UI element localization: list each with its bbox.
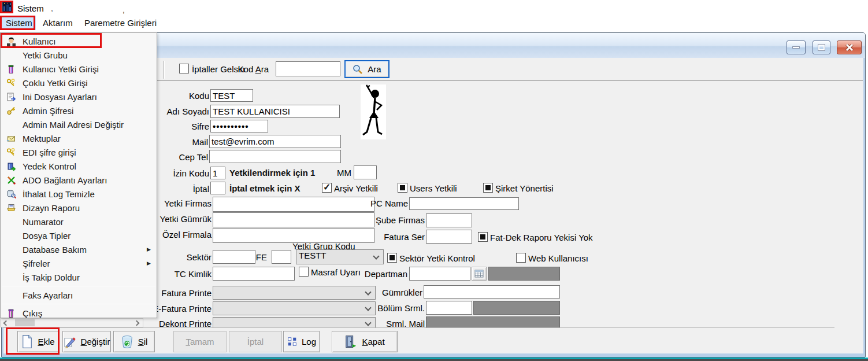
users-yetkili-checkbox[interactable] — [398, 183, 407, 193]
izin-kodu-hint: Yetkilendirmek için 1 — [229, 168, 315, 178]
iptal-input[interactable] — [210, 182, 225, 194]
sil-button-label: Sil — [138, 337, 148, 347]
iptaller-gelsin-checkbox[interactable] — [179, 64, 189, 73]
menu-item[interactable]: Şifreler▶ — [1, 256, 157, 270]
chevron-down-icon — [373, 253, 379, 259]
menu-item[interactable]: İş Takip Doldur — [1, 270, 157, 284]
menu-item-label: Çoklu Yetki Girişi — [23, 78, 88, 88]
menu-item[interactable]: Dizayn Raporu — [1, 201, 157, 215]
kodu-input[interactable] — [210, 89, 253, 102]
close-button[interactable] — [837, 40, 862, 54]
ara-button[interactable]: Ara — [344, 60, 390, 78]
menu-item[interactable]: ADO Bağlantı Ayarları — [1, 173, 157, 187]
tamam-button[interactable]: Tamam — [173, 331, 227, 352]
mm-input[interactable] — [354, 165, 377, 179]
menubar-item-aktarim[interactable]: Aktarım — [37, 16, 79, 30]
fatura-ser-input[interactable] — [426, 230, 472, 244]
ara-button-label: Ara — [368, 64, 381, 74]
recycle-bin-icon — [121, 335, 133, 349]
bolum-srml-input[interactable] — [426, 301, 472, 315]
menu-item[interactable]: Çıkış — [1, 306, 157, 320]
menu-item[interactable]: Yedek Kontrol — [1, 159, 157, 173]
fatura-printer-combobox[interactable] — [213, 286, 376, 300]
departman-input[interactable] — [409, 267, 470, 281]
yetki-gumruk-input[interactable] — [213, 212, 374, 227]
window-title: Sistem — [17, 3, 44, 13]
iptal-button-label: İptal — [247, 337, 264, 347]
izin-kodu-input[interactable] — [210, 167, 225, 179]
menu-item[interactable]: Çoklu Yetki Girişi — [1, 76, 157, 90]
menu-item-label: Faks Ayarları — [23, 290, 73, 300]
users-yetkili-label: Users Yetkili — [410, 183, 457, 193]
edit-pencil-icon — [64, 336, 76, 348]
cep-tel-input[interactable] — [209, 150, 341, 163]
keys-icon — [4, 78, 18, 88]
menu-item[interactable]: Yetki Grubu — [1, 48, 157, 62]
masraf-uyari-checkbox[interactable] — [299, 267, 309, 277]
title-mark: , — [51, 3, 53, 13]
departman-lookup-button[interactable] — [472, 267, 487, 281]
efatura-printer-combobox[interactable] — [213, 301, 376, 315]
pc-name-input[interactable] — [409, 197, 519, 210]
doc-arrow-icon — [4, 92, 18, 102]
menu-item-label: İş Takip Doldur — [23, 272, 80, 282]
menu-item[interactable]: Kullanıcı Yetki Girişi — [1, 62, 157, 76]
menu-item[interactable]: Dosya Tipler — [1, 229, 157, 242]
menu-item-label: Çıkış — [23, 308, 42, 318]
fat-dek-checkbox[interactable] — [478, 232, 488, 242]
sifre-input[interactable] — [210, 120, 268, 132]
menu-item-label: Kullanıcı — [23, 36, 56, 46]
adi-soyadi-input[interactable] — [210, 105, 340, 118]
gumrukler-input[interactable] — [424, 285, 560, 299]
kod-ara-input[interactable] — [276, 61, 340, 76]
sektor-yetki-kontrol-checkbox[interactable] — [387, 253, 397, 263]
menu-item-label: Yetki Grubu — [23, 50, 68, 60]
fe-input[interactable] — [272, 250, 291, 264]
maximize-button[interactable] — [813, 40, 830, 54]
menu-item[interactable]: Mektuplar — [1, 131, 157, 145]
minimize-button[interactable] — [787, 40, 806, 54]
menu-item-label: Admin Mail Adresi Değiştir — [23, 120, 124, 130]
menu-item[interactable]: Faks Ayarları — [1, 288, 157, 302]
menu-item[interactable]: İthalat Log Temizle — [1, 187, 157, 201]
menu-item[interactable]: EDI şifre girişi — [1, 145, 157, 159]
keys-icon — [4, 148, 18, 157]
web-kullanicisi-checkbox[interactable] — [516, 253, 526, 263]
menu-item[interactable]: Numarator — [1, 215, 157, 229]
sube-firmas-input[interactable] — [426, 213, 472, 227]
menubar-item-sistem[interactable]: Sistem — [0, 16, 36, 30]
scroll-left-button[interactable] — [1, 319, 10, 327]
arsiv-yetkili-checkbox[interactable] — [322, 183, 332, 193]
menu-item[interactable]: Kullanıcı — [1, 34, 157, 48]
fatura-ser-label: Fatura Ser — [355, 232, 425, 242]
mm-label: MM — [322, 168, 351, 178]
sil-button[interactable]: Sil — [113, 331, 155, 352]
menubar-item-parametre[interactable]: Paremetre Girişleri — [79, 16, 162, 30]
chevron-right-icon — [133, 320, 139, 326]
menu-item[interactable]: Admin Mail Adresi Değiştir — [1, 117, 157, 131]
sirket-yonertisi-checkbox[interactable] — [483, 183, 493, 193]
scroll-right-button[interactable] — [132, 319, 141, 327]
mail-input[interactable] — [209, 135, 341, 148]
key-icon — [4, 106, 18, 116]
chevron-left-icon — [3, 320, 9, 326]
app-screen: Sistem , , Sistem Aktarım Paremetre Giri… — [0, 0, 868, 361]
menu-item[interactable]: Admin Şifresi — [1, 104, 157, 117]
minimize-icon — [792, 46, 800, 49]
ekle-button-label: Ekle — [38, 337, 54, 347]
mail-icon — [4, 134, 18, 143]
menu-item[interactable]: Ini Dosyası Ayarları — [1, 90, 157, 104]
menu-item[interactable]: Database Bakım▶ — [1, 242, 157, 256]
iptal-button[interactable]: İptal — [229, 331, 282, 352]
degistir-button[interactable]: Değiştir — [62, 331, 111, 352]
tc-kimlik-input[interactable] — [213, 267, 295, 281]
degistir-button-label: Değiştir — [81, 337, 110, 347]
menu-item-label: Dizayn Raporu — [23, 203, 80, 213]
log-button[interactable]: Log — [283, 331, 320, 352]
kapat-button[interactable]: Kapat — [332, 331, 398, 352]
horizontal-scrollbar-thumb[interactable] — [15, 319, 35, 326]
menu-item-label: Database Bakım — [23, 245, 87, 255]
yetki-grup-kodu-combobox[interactable]: TESTT — [296, 249, 384, 264]
menu-item-label: Şifreler — [23, 259, 50, 268]
ekle-button[interactable]: Ekle — [17, 331, 59, 352]
